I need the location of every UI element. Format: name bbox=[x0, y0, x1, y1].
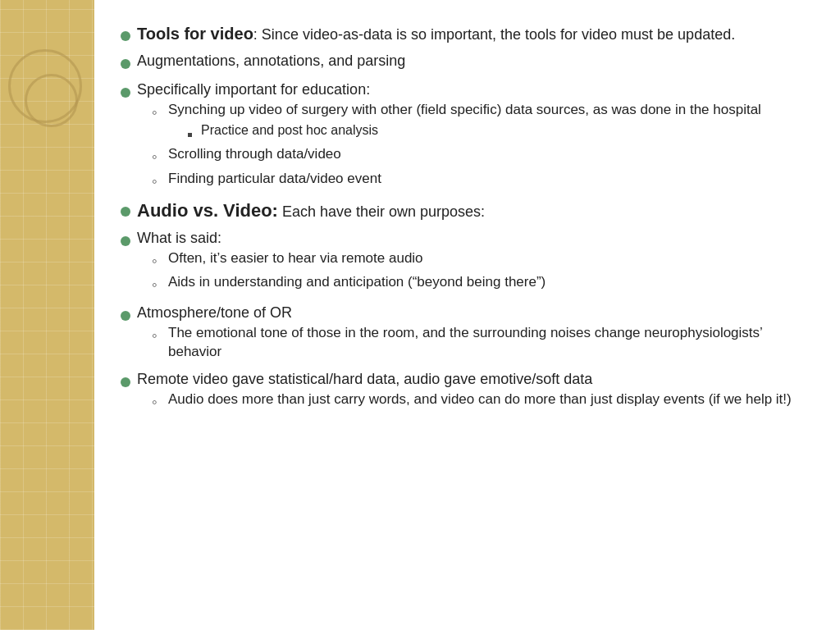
sub-list: ◦ Audio does more than just carry words,… bbox=[152, 390, 807, 412]
sub-item-text: Aids in understanding and anticipation (… bbox=[168, 273, 546, 292]
item-text: Remote video gave statistical/hard data,… bbox=[137, 369, 807, 415]
bullet-icon bbox=[119, 83, 137, 103]
sub-bullet-icon: ◦ bbox=[152, 251, 168, 271]
list-item: ◦ The emotional tone of those in the roo… bbox=[152, 324, 807, 362]
sub-item-text: Often, it’s easier to hear via remote au… bbox=[168, 249, 423, 268]
sub-bullet-icon: ◦ bbox=[152, 275, 168, 294]
item-label: What is said: bbox=[137, 230, 221, 246]
list-item: Practice and post hoc analysis bbox=[188, 121, 761, 142]
sub-bullet-icon: ◦ bbox=[152, 392, 168, 412]
sub-sub-list: Practice and post hoc analysis bbox=[188, 121, 761, 142]
sub-bullet-icon: ◦ bbox=[152, 103, 168, 122]
list-item: Atmosphere/tone of OR ◦ The emotional to… bbox=[119, 303, 807, 364]
list-item: Audio vs. Video: Each have their own pur… bbox=[119, 199, 807, 223]
list-item: Augmentations, annotations, and parsing bbox=[119, 51, 807, 74]
list-item: ◦ Audio does more than just carry words,… bbox=[152, 390, 807, 412]
sub-item-text: Finding particular data/video event bbox=[168, 170, 381, 189]
list-item: What is said: ◦ Often, it’s easier to he… bbox=[119, 228, 807, 298]
list-item: ◦ Often, it’s easier to hear via remote … bbox=[152, 249, 807, 271]
list-item: ◦ Synching up video of surgery with othe… bbox=[152, 101, 807, 144]
item-text: What is said: ◦ Often, it’s easier to he… bbox=[137, 228, 807, 298]
item-label: Remote video gave statistical/hard data,… bbox=[137, 371, 592, 387]
list-item: ◦ Finding particular data/video event bbox=[152, 170, 807, 191]
sub-item-text: Audio does more than just carry words, a… bbox=[168, 390, 792, 409]
bullet-icon bbox=[119, 26, 137, 46]
decorative-circles bbox=[8, 49, 90, 164]
sub-sub-item-text: Practice and post hoc analysis bbox=[201, 121, 378, 139]
sub-list: ◦ Often, it’s easier to hear via remote … bbox=[152, 249, 807, 295]
list-item: Specifically important for education: ◦ … bbox=[119, 80, 807, 194]
bold-text: Tools for video bbox=[137, 25, 253, 43]
sub-list: ◦ The emotional tone of those in the roo… bbox=[152, 324, 807, 362]
bullet-icon bbox=[119, 231, 137, 251]
list-item: Tools for video: Since video-as-data is … bbox=[119, 23, 807, 46]
item-text: Augmentations, annotations, and parsing bbox=[137, 51, 807, 71]
list-item: ◦ Scrolling through data/video bbox=[152, 145, 807, 167]
item-label: Specifically important for education: bbox=[137, 81, 370, 98]
sub-item-text: Scrolling through data/video bbox=[168, 145, 341, 164]
list-item: Remote video gave statistical/hard data,… bbox=[119, 369, 807, 415]
sub-bullet-icon: ◦ bbox=[152, 171, 168, 191]
list-item: ◦ Aids in understanding and anticipation… bbox=[152, 273, 807, 294]
sub-sub-bullet-icon bbox=[188, 124, 201, 142]
sub-item-text: Synching up video of surgery with other … bbox=[168, 101, 761, 144]
sidebar bbox=[0, 0, 94, 630]
item-text: Specifically important for education: ◦ … bbox=[137, 80, 807, 194]
main-list: Tools for video: Since video-as-data is … bbox=[119, 23, 807, 414]
circle-inner bbox=[25, 74, 78, 127]
bullet-icon bbox=[119, 54, 137, 74]
bullet-icon bbox=[119, 372, 137, 392]
main-content: Tools for video: Since video-as-data is … bbox=[94, 0, 840, 630]
bullet-icon bbox=[119, 306, 137, 326]
bold-text: Audio vs. Video: bbox=[137, 200, 278, 221]
item-text: Audio vs. Video: Each have their own pur… bbox=[137, 199, 807, 223]
sub-item-text: The emotional tone of those in the room,… bbox=[168, 324, 807, 362]
bullet-icon bbox=[119, 202, 137, 221]
sub-bullet-icon: ◦ bbox=[152, 147, 168, 167]
sub-list: ◦ Synching up video of surgery with othe… bbox=[152, 101, 807, 191]
regular-text: Each have their own purposes: bbox=[278, 203, 485, 220]
regular-text: : Since video-as-data is so important, t… bbox=[253, 26, 735, 43]
sub-bullet-icon: ◦ bbox=[152, 326, 168, 345]
item-text: Atmosphere/tone of OR ◦ The emotional to… bbox=[137, 303, 807, 364]
item-label: Atmosphere/tone of OR bbox=[137, 304, 292, 321]
item-text: Tools for video: Since video-as-data is … bbox=[137, 23, 807, 45]
